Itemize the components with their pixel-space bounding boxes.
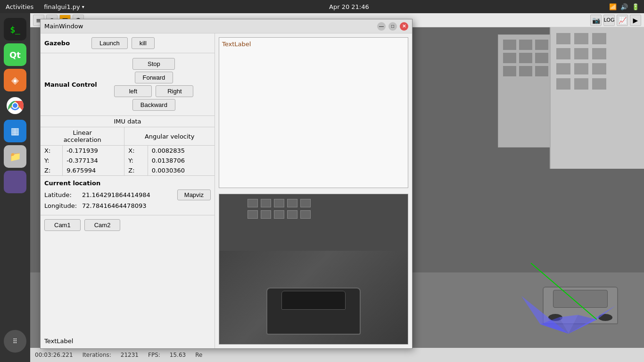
window-close-button[interactable]: ✕ <box>400 22 408 31</box>
dock-terminal[interactable]: $_ <box>4 18 26 41</box>
top-camera-view: TextLabel <box>219 37 408 188</box>
scene-building-right <box>550 27 644 169</box>
left-panel: Gazebo Launch kill Manual Control Stop F… <box>41 33 215 348</box>
section-manual: Manual Control Stop Forward left Right B… <box>41 53 215 116</box>
cam-window-8 <box>274 210 284 219</box>
imu-linear-axis-0: X: <box>41 146 63 156</box>
taskbar-file[interactable]: finalgui1.py ▾ <box>39 0 89 13</box>
main-window: MainWindow — □ ✕ Gazebo Launch kill Manu… <box>40 19 413 349</box>
manual-control-label: Manual Control <box>44 81 97 88</box>
gazebo-fps-value: 15.63 <box>170 352 186 358</box>
imu-linear-val-1: -0.377134 <box>63 156 124 165</box>
gazebo-iterations-value: 21231 <box>121 352 139 358</box>
imu-linear-val-0: -0.171939 <box>63 146 124 156</box>
bottom-camera-view <box>219 194 408 345</box>
window-controls: — □ ✕ <box>377 22 408 31</box>
launch-button[interactable]: Launch <box>91 37 128 49</box>
cam-window-9 <box>287 210 297 219</box>
bottom-text-label: TextLabel <box>41 334 215 348</box>
imu-linear-axis-2: Z: <box>41 165 63 175</box>
cam-vehicle <box>266 288 361 335</box>
location-title: Current location <box>44 180 211 187</box>
vscode-icon: ▦ <box>11 125 20 137</box>
top-view-text-label: TextLabel <box>219 38 254 50</box>
window-maximize-button[interactable]: □ <box>388 22 397 31</box>
cam-building-windows <box>248 199 311 219</box>
left-right-row: left Right <box>114 85 193 97</box>
kill-button[interactable]: kill <box>132 37 155 49</box>
imu-row-0: X: -0.171939 X: 0.0082835 <box>41 146 215 156</box>
layered-icon: ◈ <box>11 74 18 86</box>
svg-line-9 <box>531 263 597 320</box>
latitude-row: Latitude: 21.164291864414984 Mapviz <box>44 189 211 200</box>
dock-qt[interactable]: Qt <box>4 43 26 66</box>
manual-controls-group: Stop Forward left Right Backward <box>97 58 211 111</box>
latitude-value: 21.164291864414984 <box>82 191 177 198</box>
gazebo-label: Gazebo <box>44 40 82 47</box>
imu-angular-axis-2: Z: <box>124 165 148 175</box>
backward-button[interactable]: Backward <box>132 99 175 111</box>
longitude-value: 72.78416464478093 <box>82 202 211 209</box>
dock-vscode[interactable]: ▦ <box>4 120 26 142</box>
cam-window-5 <box>300 199 311 207</box>
window-minimize-button[interactable]: — <box>377 22 386 31</box>
imu-angular-val-2: 0.0030360 <box>148 165 215 175</box>
wifi-icon: 📶 <box>609 3 617 10</box>
longitude-label: Longitude: <box>44 202 82 209</box>
path-line <box>503 263 597 320</box>
dock-layered[interactable]: ◈ <box>4 69 26 91</box>
imu-angular-axis-1: Y: <box>124 156 148 165</box>
battery-icon: 🔋 <box>632 3 639 10</box>
imu-linear-axis-1: Y: <box>41 156 63 165</box>
section-cams: Cam1 Cam2 <box>41 215 215 235</box>
dock: $_ Qt ◈ ▦ 📁 ⠿ <box>0 13 30 362</box>
window-content: Gazebo Launch kill Manual Control Stop F… <box>41 33 412 348</box>
imu-angular-val-0: 0.0082835 <box>148 146 215 156</box>
gazebo-statusbar: 00:03:26.221 Iterations: 21231 FPS: 15.6… <box>30 348 644 362</box>
taskbar-right: 📶 🔊 🔋 <box>609 3 644 10</box>
files-icon: 📁 <box>9 151 21 162</box>
imu-row-2: Z: 9.675994 Z: 0.0030360 <box>41 165 215 175</box>
dock-apps-grid[interactable]: ⠿ <box>4 330 26 353</box>
gazebo-time: 00:03:26.221 <box>35 352 73 358</box>
imu-row-1: Y: -0.377134 Y: 0.0138706 <box>41 156 215 165</box>
gazebo-tb-camera-icon[interactable]: 📷 <box>590 15 602 26</box>
gazebo-tb-video-icon[interactable]: ▶ <box>630 15 641 26</box>
dock-files[interactable]: 📁 <box>4 145 26 168</box>
terminal-icon: $_ <box>10 25 20 34</box>
cam-window-4 <box>287 199 297 207</box>
gazebo-fps-label: FPS: <box>148 352 160 358</box>
filename-dropdown-arrow: ▾ <box>82 4 84 9</box>
taskbar-activities[interactable]: Activities <box>0 0 39 13</box>
mapviz-button[interactable]: Mapviz <box>177 189 211 200</box>
section-gazebo: Gazebo Launch kill <box>41 33 215 53</box>
imu-angular-header: Angular velocity <box>124 127 215 146</box>
right-panel: TextLabel <box>215 33 412 348</box>
section-imu: IMU data Linearacceleration Angular velo… <box>41 116 215 176</box>
taskbar: Activities finalgui1.py ▾ Apr 20 21:46 📶… <box>0 0 644 13</box>
cam1-button[interactable]: Cam1 <box>44 219 81 231</box>
forward-button[interactable]: Forward <box>135 72 173 83</box>
volume-icon: 🔊 <box>620 3 628 10</box>
filename-label: finalgui1.py <box>44 3 80 10</box>
imu-angular-val-1: 0.0138706 <box>148 156 215 165</box>
gazebo-re-label: Re <box>195 352 202 358</box>
cam-window-2 <box>261 199 271 207</box>
cam-window-1 <box>248 199 258 207</box>
dock-chrome[interactable] <box>4 94 26 117</box>
window-title: MainWindow <box>44 23 83 30</box>
stop-button[interactable]: Stop <box>132 58 175 70</box>
window-titlebar: MainWindow — □ ✕ <box>41 19 412 33</box>
gazebo-tb-log-icon[interactable]: LOG <box>603 15 615 26</box>
imu-linear-header: Linearacceleration <box>41 127 124 146</box>
gazebo-iterations-label: Iterations: <box>83 352 111 358</box>
cam2-button[interactable]: Cam2 <box>84 219 121 231</box>
gazebo-tb-chart-icon[interactable]: 📈 <box>617 15 628 26</box>
right-button[interactable]: Right <box>156 85 193 97</box>
imu-linear-val-2: 9.675994 <box>63 165 124 175</box>
cam-window-6 <box>248 210 258 219</box>
cam-window-7 <box>261 210 271 219</box>
longitude-row: Longitude: 72.78416464478093 <box>44 202 211 209</box>
left-button[interactable]: left <box>114 85 152 97</box>
dock-purple[interactable] <box>4 171 26 193</box>
